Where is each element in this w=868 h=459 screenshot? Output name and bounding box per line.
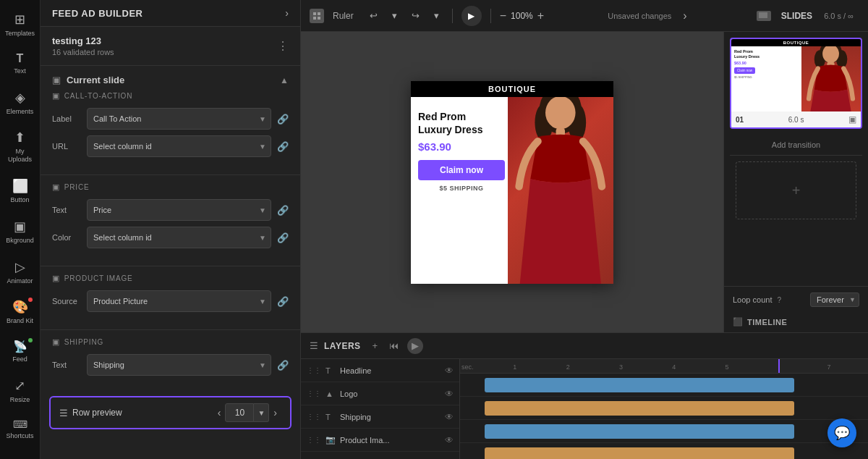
toolbar-divider bbox=[452, 9, 453, 23]
price-text-select-wrap: Price ▼ bbox=[87, 199, 271, 221]
price-color-row: Color Select column id ▼ 🔗 bbox=[52, 227, 289, 248]
svg-point-9 bbox=[545, 96, 576, 129]
timeline-track-shipping bbox=[460, 420, 868, 443]
layer-drag-handle[interactable]: ⋮⋮ bbox=[307, 413, 321, 421]
sidebar-item-feed[interactable]: 📡 Feed bbox=[2, 334, 38, 369]
toolbar-more-button[interactable]: › bbox=[683, 9, 686, 22]
right-sidebar: BOUTIQUE Red PromLuxury Dress $63.90 Cla… bbox=[723, 32, 868, 332]
cta-icon: ▣ bbox=[52, 91, 60, 101]
row-number-dropdown[interactable]: ▼ bbox=[254, 403, 269, 422]
sidebar-item-text[interactable]: T Text bbox=[2, 46, 38, 81]
cta-section-label: ▣ CALL-TO-ACTION bbox=[52, 91, 289, 101]
sidebar-item-brand-kit[interactable]: 🎨 Brand Kit bbox=[2, 293, 38, 331]
shipping-text-select[interactable]: Shipping bbox=[87, 354, 271, 376]
chat-button[interactable]: 💬 bbox=[827, 418, 856, 447]
sidebar-item-background[interactable]: ▣ Bkground bbox=[2, 213, 38, 250]
undo-dropdown-button[interactable]: ▾ bbox=[388, 7, 401, 24]
logo-type-icon: ▲ bbox=[326, 389, 336, 398]
price-text-field-label: Text bbox=[52, 206, 81, 214]
ad-cta-button[interactable]: Claim now bbox=[418, 160, 505, 180]
cta-label-select[interactable]: Call To Action bbox=[87, 108, 271, 130]
zoom-out-button[interactable]: − bbox=[500, 9, 506, 22]
product-visibility-icon[interactable]: 👁 bbox=[445, 435, 454, 445]
right-panel-slides-header: SLIDES 6.0 s / ∞ bbox=[751, 11, 859, 21]
headline-layer-name: Headline bbox=[340, 366, 441, 375]
price-icon: ▣ bbox=[52, 182, 60, 192]
slide-thumb-shipping: $5 SHIPPING bbox=[734, 75, 804, 79]
sidebar-item-animator[interactable]: ▷ Animator bbox=[2, 253, 38, 291]
loop-count-select[interactable]: Forever 1 2 3 bbox=[810, 292, 859, 307]
cta-url-unlink-icon[interactable]: 🔗 bbox=[277, 141, 289, 152]
slide-thumb-boutique: BOUTIQUE bbox=[731, 39, 861, 46]
slide-delete-icon[interactable]: ▣ bbox=[848, 114, 856, 125]
product-image-icon: ▣ bbox=[52, 274, 60, 283]
canvas-area: BOUTIQUE bbox=[301, 32, 723, 332]
redo-button[interactable]: ↪ bbox=[407, 7, 424, 24]
svg-rect-1 bbox=[318, 12, 320, 15]
play-button[interactable]: ▶ bbox=[461, 6, 482, 26]
redo-dropdown-button[interactable]: ▾ bbox=[430, 7, 443, 24]
slides-panel: BOUTIQUE Red PromLuxury Dress $63.90 Cla… bbox=[724, 32, 868, 286]
ad-product-title: Red PromLuxury Dress bbox=[418, 110, 505, 136]
shipping-type-icon: T bbox=[326, 413, 336, 421]
layer-row: ⋮⋮ ▲ Logo 👁 bbox=[301, 382, 459, 405]
add-layer-button[interactable]: + bbox=[370, 339, 381, 353]
row-number-wrap: ▼ bbox=[225, 403, 269, 422]
product-source-select[interactable]: Product Picture bbox=[87, 290, 271, 312]
price-text-link-icon[interactable]: 🔗 bbox=[277, 205, 289, 216]
cta-label-link-icon[interactable]: 🔗 bbox=[277, 114, 289, 125]
logo-visibility-icon[interactable]: 👁 bbox=[445, 389, 454, 399]
plus-icon: + bbox=[792, 182, 801, 199]
project-info: testing 123 16 validated rows ⋮ bbox=[41, 27, 300, 66]
left-panel-header: FEED AD BUILDER › bbox=[41, 0, 300, 27]
row-preview-icon: ☰ bbox=[59, 408, 68, 418]
add-transition-button[interactable]: Add transition bbox=[730, 135, 862, 156]
shipping-text-link-icon[interactable]: 🔗 bbox=[277, 360, 289, 371]
sidebar-item-elements[interactable]: ◈ Elements bbox=[2, 84, 38, 122]
headline-visibility-icon[interactable]: 👁 bbox=[445, 366, 454, 376]
layer-drag-handle[interactable]: ⋮⋮ bbox=[307, 366, 321, 374]
project-options-button[interactable]: ⋮ bbox=[277, 39, 289, 53]
loop-help-icon[interactable]: ? bbox=[777, 296, 781, 304]
add-slide-button[interactable]: + bbox=[736, 161, 856, 219]
zoom-level: 100% bbox=[511, 11, 533, 21]
current-slide-section: ▣ Current slide ▲ ▣ CALL-TO-ACTION Label… bbox=[41, 66, 300, 459]
sidebar-item-templates[interactable]: ⊞ Templates bbox=[2, 6, 38, 43]
sidebar-item-button[interactable]: ⬜ Button bbox=[2, 172, 38, 210]
close-panel-button[interactable]: › bbox=[285, 7, 289, 19]
collapse-button[interactable]: ▲ bbox=[280, 75, 289, 85]
price-color-select-wrap: Select column id ▼ bbox=[87, 227, 271, 248]
slide-thumbnail[interactable]: BOUTIQUE Red PromLuxury Dress $63.90 Cla… bbox=[730, 38, 862, 129]
shipping-visibility-icon[interactable]: 👁 bbox=[445, 412, 454, 422]
product-source-link-icon[interactable]: 🔗 bbox=[277, 296, 289, 307]
zoom-in-button[interactable]: + bbox=[537, 9, 544, 22]
price-color-unlink-icon[interactable]: 🔗 bbox=[277, 232, 289, 243]
timeline-ruler-area: sec. 1 2 3 4 5 7 bbox=[460, 359, 868, 459]
cta-url-select[interactable]: Select column id bbox=[87, 135, 271, 157]
price-color-select[interactable]: Select column id bbox=[87, 227, 271, 248]
bottom-timeline: ☰ LAYERS + ⏮ ▶ ⋮⋮ T Headline 👁 ⋮⋮ ▲ Logo… bbox=[301, 332, 868, 459]
sidebar-item-resize[interactable]: ⤢ Resize bbox=[2, 372, 38, 410]
slides-time: 6.0 s / ∞ bbox=[824, 12, 854, 20]
prev-frame-button[interactable]: ⏮ bbox=[386, 339, 401, 353]
price-color-field-label: Color bbox=[52, 233, 81, 242]
layer-drag-handle[interactable]: ⋮⋮ bbox=[307, 389, 321, 397]
row-number-input[interactable] bbox=[225, 403, 254, 422]
row-prev-button[interactable]: ‹ bbox=[213, 405, 226, 420]
uploads-icon: ⬆ bbox=[14, 130, 25, 146]
layer-drag-handle[interactable]: ⋮⋮ bbox=[307, 436, 321, 444]
sidebar-item-uploads[interactable]: ⬆ My Uploads bbox=[2, 124, 38, 169]
shipping-section-label: ▣ SHIPPING bbox=[52, 337, 289, 347]
play-timeline-button[interactable]: ▶ bbox=[407, 338, 423, 354]
layers-title: LAYERS bbox=[324, 341, 361, 351]
undo-button[interactable]: ↩ bbox=[365, 7, 382, 24]
ad-boutique-bar: BOUTIQUE bbox=[411, 81, 613, 97]
button-icon: ⬜ bbox=[12, 178, 28, 194]
price-text-select[interactable]: Price bbox=[87, 199, 271, 221]
tracks-container bbox=[460, 374, 868, 459]
product-source-select-wrap: Product Picture ▼ bbox=[87, 290, 271, 312]
row-next-button[interactable]: › bbox=[269, 405, 281, 420]
sidebar-item-shortcuts[interactable]: ⌨ Shortcuts bbox=[2, 413, 38, 446]
ruler-mark-2: 2 bbox=[566, 363, 570, 371]
product-layer-name: Product Ima... bbox=[340, 436, 441, 445]
